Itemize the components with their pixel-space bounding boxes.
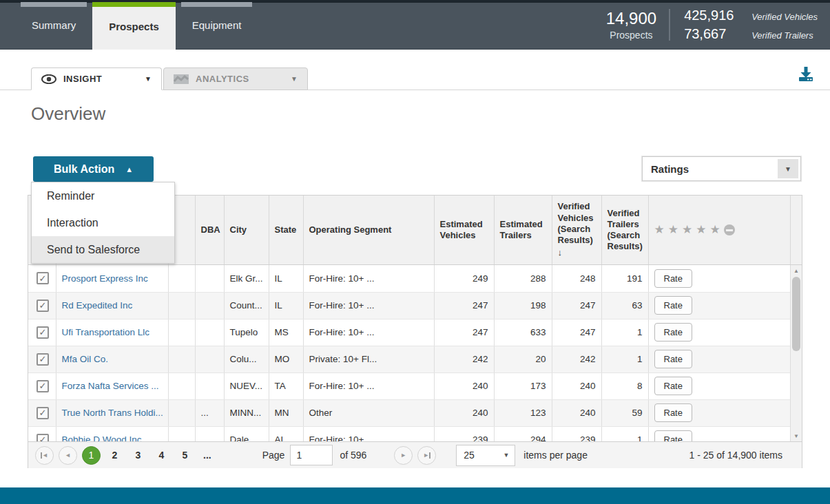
ver-vehicles-cell: 240 xyxy=(552,372,601,399)
vertical-scrollbar[interactable]: ▲ ▼ xyxy=(790,265,802,441)
rate-button[interactable]: Rate xyxy=(654,377,692,395)
rate-button[interactable]: Rate xyxy=(654,403,692,422)
first-page-button[interactable]: ◄ xyxy=(35,446,54,465)
city-cell: MINN... xyxy=(224,399,269,426)
next-page-button[interactable]: ► xyxy=(394,446,413,465)
page-number[interactable]: 3 xyxy=(129,446,147,465)
state-cell: AL xyxy=(269,426,303,441)
tab-indicator xyxy=(181,2,253,7)
items-per-page-select[interactable]: 25 ▼ xyxy=(456,445,515,466)
last-page-button[interactable]: ► xyxy=(417,446,436,465)
state-cell: IL xyxy=(269,292,303,319)
more-pages-button[interactable]: ... xyxy=(203,450,211,461)
company-link[interactable]: Prosport Express Inc xyxy=(62,273,148,284)
rate-button[interactable]: Rate xyxy=(654,296,692,315)
row-checkbox[interactable]: ✓ xyxy=(37,272,49,284)
verified-trailers-value: 73,667 xyxy=(684,26,739,42)
table-row: ✓ Mfa Oil Co. Colu... MO Private: 10+ Fl… xyxy=(28,346,802,372)
rate-cell: Rate xyxy=(648,265,790,292)
est-trailers-column-header[interactable]: Estimated Trailers xyxy=(494,196,552,264)
page-label: Page xyxy=(262,450,285,461)
est-vehicles-cell: 249 xyxy=(434,265,494,292)
bottom-bar xyxy=(0,487,830,504)
page-number[interactable]: 4 xyxy=(152,446,171,465)
company-link[interactable]: Mfa Oil Co. xyxy=(62,354,109,364)
dba-column-header[interactable]: DBA xyxy=(195,196,224,264)
nav-tab-label: Prospects xyxy=(109,21,159,32)
verified-vehicles-stat: 425,916 Verified Vehicles xyxy=(684,8,818,23)
rating-stars-header: ★ ★ ★ ★ ★ xyxy=(654,222,785,237)
page-input[interactable] xyxy=(290,445,333,465)
rate-cell: Rate xyxy=(648,372,790,399)
rate-button[interactable]: Rate xyxy=(654,350,692,368)
tab-analytics[interactable]: ANALYTICS ▼ xyxy=(163,67,308,90)
table-row: ✓ Bobbie D Wood Inc Dale... AL For-Hire:… xyxy=(28,426,802,441)
nav-tab-equipment[interactable]: Equipment xyxy=(176,0,258,50)
ver-vehicles-column-header[interactable]: Verified Vehicles (Search Results) ↓ xyxy=(552,196,601,264)
ver-trailers-cell: 63 xyxy=(601,292,648,319)
nav-tab-label: Summary xyxy=(32,19,76,31)
bulk-action-button[interactable]: Bulk Action ▲ xyxy=(33,156,154,182)
row-checkbox[interactable]: ✓ xyxy=(37,326,49,339)
row-checkbox[interactable]: ✓ xyxy=(37,380,49,392)
company-link[interactable]: Rd Expedited Inc xyxy=(62,300,133,311)
company-link[interactable]: Bobbie D Wood Inc xyxy=(62,434,142,441)
chevron-down-icon[interactable]: ▼ xyxy=(145,75,152,83)
previous-page-button[interactable]: ◄ xyxy=(59,446,77,465)
page-number-current[interactable]: 1 xyxy=(82,446,101,465)
city-cell: Count... xyxy=(224,292,269,319)
row-checkbox[interactable]: ✓ xyxy=(37,300,49,312)
download-icon[interactable] xyxy=(798,65,814,82)
segment-cell: For-Hire: 10+ ... xyxy=(303,265,434,292)
segment-column-header[interactable]: Operating Segment xyxy=(303,196,434,264)
ver-vehicles-header-label: Verified Vehicles (Search Results) xyxy=(558,201,594,245)
scrollbar-thumb[interactable] xyxy=(792,277,800,351)
state-column-header[interactable]: State xyxy=(269,196,303,264)
company-link[interactable]: True North Trans Holdi... xyxy=(62,408,163,418)
segment-cell: Private: 10+ Fl... xyxy=(303,346,434,372)
scroll-up-icon[interactable]: ▲ xyxy=(791,265,802,276)
rate-cell: Rate xyxy=(648,426,790,441)
ver-trailers-cell: 8 xyxy=(601,372,648,399)
chevron-down-icon[interactable]: ▼ xyxy=(291,75,298,83)
ver-trailers-cell: 1 xyxy=(601,346,648,372)
rate-cell: Rate xyxy=(648,399,790,426)
rate-button[interactable]: Rate xyxy=(654,430,692,441)
page-number[interactable]: 5 xyxy=(176,446,194,465)
ratings-column-header: ★ ★ ★ ★ ★ xyxy=(648,196,790,264)
company-link[interactable]: Ufi Transportation Llc xyxy=(62,327,150,337)
page-number[interactable]: 2 xyxy=(105,446,124,465)
company-link[interactable]: Forza Nafta Services ... xyxy=(62,381,159,391)
tab-insight[interactable]: INSIGHT ▼ xyxy=(31,67,162,90)
scroll-down-icon[interactable]: ▼ xyxy=(791,430,802,441)
rate-button[interactable]: Rate xyxy=(654,269,692,288)
verified-counts: 425,916 Verified Vehicles 73,667 Verifie… xyxy=(684,8,818,42)
row-checkbox[interactable]: ✓ xyxy=(37,434,49,442)
row-checkbox[interactable]: ✓ xyxy=(37,407,49,419)
star-icon: ★ xyxy=(696,222,706,237)
est-vehicles-column-header[interactable]: Estimated Vehicles xyxy=(434,196,494,264)
ver-vehicles-cell: 242 xyxy=(552,346,601,372)
menu-item-reminder[interactable]: Reminder xyxy=(32,182,174,209)
est-vehicles-cell: 240 xyxy=(434,399,494,426)
tab-indicator-active xyxy=(92,2,176,7)
ver-trailers-column-header[interactable]: Verified Trailers (Search Results) xyxy=(601,196,648,264)
tab-analytics-label: ANALYTICS xyxy=(196,74,249,84)
nav-tab-summary[interactable]: Summary xyxy=(15,0,92,50)
menu-item-send-to-salesforce[interactable]: Send to Salesforce xyxy=(32,236,174,263)
ratings-dropdown[interactable]: Ratings ▼ xyxy=(642,156,801,181)
star-icon: ★ xyxy=(668,222,678,237)
nav-tab-prospects[interactable]: Prospects xyxy=(92,3,176,50)
menu-item-interaction[interactable]: Interaction xyxy=(32,209,174,236)
row-checkbox[interactable]: ✓ xyxy=(37,353,49,366)
rate-cell: Rate xyxy=(648,346,790,372)
segment-cell: Other xyxy=(303,399,434,426)
ver-vehicles-cell: 239 xyxy=(552,426,601,441)
city-column-header[interactable]: City xyxy=(224,196,269,264)
star-icon: ★ xyxy=(654,222,665,237)
state-cell: MO xyxy=(269,346,303,372)
grid-body-table: ✓ Prosport Express Inc Elk Gr... IL For-… xyxy=(28,265,802,441)
chevron-down-icon[interactable]: ▼ xyxy=(778,159,798,178)
table-row: ✓ Ufi Transportation Llc Tupelo MS For-H… xyxy=(28,319,802,346)
rate-button[interactable]: Rate xyxy=(654,323,692,342)
